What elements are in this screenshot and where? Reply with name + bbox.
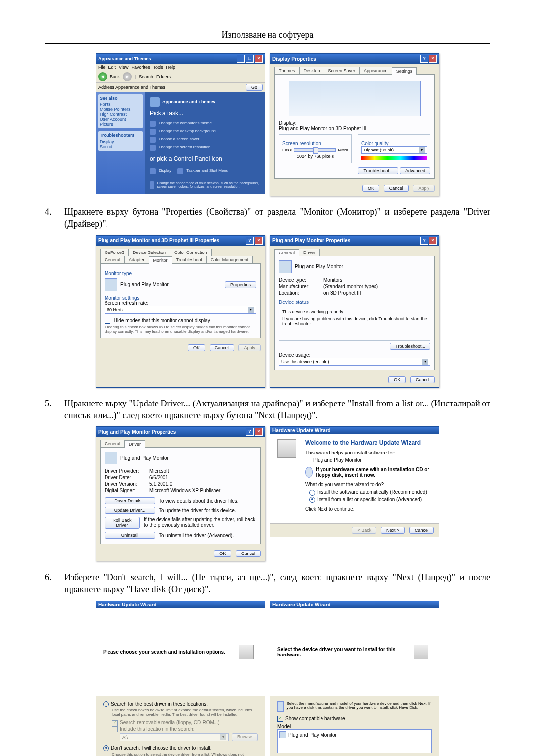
advanced-button[interactable]: Advanced (400, 167, 430, 174)
close-icon[interactable]: × (255, 428, 263, 436)
tab-driver[interactable]: Driver (124, 440, 145, 448)
ok-button[interactable]: OK (388, 376, 406, 383)
step-text: Щракнете върху бутона "Properties (Свойс… (64, 206, 490, 230)
help-icon[interactable]: ? (420, 237, 428, 245)
tab-troubleshoot[interactable]: Troubleshoot (172, 256, 207, 263)
ok-button[interactable]: OK (214, 550, 231, 557)
task-item[interactable]: Choose a screen saver (150, 137, 260, 143)
color-dropdown[interactable]: Highest (32 bit) ▾ (361, 146, 427, 154)
radio-list[interactable] (309, 497, 315, 503)
menu-edit[interactable]: Edit (108, 65, 116, 70)
driver-details-button[interactable]: Driver Details... (105, 497, 155, 504)
cancel-button[interactable]: Cancel (384, 185, 409, 192)
tab-color-management[interactable]: Color Management (206, 256, 253, 263)
sidebar-item[interactable]: Sound (100, 144, 141, 149)
tab-screen-saver[interactable]: Screen Saver (324, 67, 360, 74)
tab-device-selection[interactable]: Device Selection (128, 249, 170, 256)
sidebar-item[interactable]: High Contrast (100, 112, 141, 117)
close-icon[interactable]: × (255, 55, 263, 63)
cd-hint: If your hardware came with an installati… (316, 467, 432, 478)
hw-wizard-select-window: Hardware Update Wizard Select the device… (270, 601, 439, 756)
maximize-icon[interactable]: □ (246, 55, 254, 63)
radio-auto[interactable] (309, 490, 315, 496)
close-icon[interactable]: × (429, 55, 437, 63)
resolution-slider[interactable] (294, 148, 336, 152)
menu-file[interactable]: File (98, 65, 106, 70)
cancel-button[interactable]: Cancel (236, 550, 261, 557)
ok-button[interactable]: OK (188, 344, 205, 351)
folders-label[interactable]: Folders (156, 74, 171, 79)
model-item: Plug and Play Monitor (288, 732, 337, 738)
menu-view[interactable]: View (119, 65, 128, 70)
refresh-dropdown[interactable]: 60 Hertz ▾ (105, 306, 256, 314)
mp-title: Plug and Play Monitor Properties (272, 238, 350, 243)
tab-desktop[interactable]: Desktop (299, 67, 324, 74)
menu-favorites[interactable]: Favorites (131, 65, 150, 70)
back-icon[interactable]: ◄ (98, 72, 107, 81)
wizard-intro: This wizard helps you install software f… (305, 450, 432, 455)
chk-show-compatible[interactable]: ✓ (277, 716, 283, 722)
step-5: 5. Щракнете върху "Update Driver... (Акт… (45, 398, 490, 422)
dp-titlebar: Display Properties ? × (270, 54, 439, 64)
help-icon[interactable]: ? (246, 237, 254, 245)
cancel-button[interactable]: Cancel (410, 376, 435, 383)
task-item[interactable]: Change the desktop background (150, 129, 260, 135)
tab-geforce[interactable]: GeForce3 (100, 249, 129, 256)
path-combo: A:\▾ (120, 733, 229, 741)
cp-icon-display[interactable]: Display (150, 168, 171, 174)
task-item[interactable]: Change the screen resolution (150, 145, 260, 151)
sidebar-item[interactable]: Display (100, 139, 141, 144)
res-more: More (338, 148, 348, 152)
tab-general[interactable]: General (100, 440, 125, 447)
minimize-icon[interactable]: _ (237, 55, 245, 63)
res-less: Less (282, 148, 292, 152)
forward-icon[interactable]: ► (123, 72, 132, 81)
status-hint: If you are having problems with this dev… (282, 316, 427, 326)
uninstall-button[interactable]: Uninstall (105, 532, 155, 539)
tab-settings[interactable]: Settings (392, 67, 417, 75)
sidebar-item[interactable]: Mouse Pointers (100, 107, 141, 112)
menu-tools[interactable]: Tools (153, 65, 163, 70)
properties-button[interactable]: Properties (225, 281, 256, 288)
monitor-name: Plug and Play Monitor (120, 455, 169, 461)
uninstall-desc: To uninstall the driver (Advanced). (159, 533, 234, 538)
slider-knob[interactable] (313, 147, 318, 154)
tab-driver[interactable]: Driver (299, 249, 320, 256)
sidebar-item[interactable]: Fonts (100, 102, 141, 107)
tab-appearance[interactable]: Appearance (359, 67, 392, 74)
next-button[interactable]: Next > (381, 527, 405, 534)
back-label[interactable]: Back (110, 74, 120, 79)
cancel-button[interactable]: Cancel (409, 527, 434, 534)
tab-themes[interactable]: Themes (274, 67, 300, 74)
cp-content: Appearance and Themes Pick a task... Cha… (145, 92, 265, 194)
step-number: 6. (45, 571, 64, 596)
dp-panel: Display: Plug and Play Monitor on 3D Pro… (274, 74, 435, 179)
go-button[interactable]: Go (246, 84, 263, 91)
cp-icon-taskbar[interactable]: Taskbar and Start Menu (177, 168, 228, 174)
model-list-item[interactable]: Plug and Play Monitor (279, 731, 430, 738)
ok-button[interactable]: OK (362, 185, 379, 192)
troubleshoot-button[interactable]: Troubleshoot... (390, 343, 430, 350)
help-icon[interactable]: ? (246, 428, 254, 436)
cancel-button[interactable]: Cancel (210, 344, 234, 351)
update-driver-button[interactable]: Update Driver... (105, 507, 155, 514)
search-label[interactable]: Search (139, 74, 153, 79)
radio-search[interactable] (103, 701, 109, 707)
task-item[interactable]: Change the computer's theme (150, 121, 260, 127)
tab-general[interactable]: General (274, 249, 299, 256)
radio-dont-search[interactable] (103, 745, 109, 751)
close-icon[interactable]: × (429, 237, 437, 245)
menu-help[interactable]: Help (166, 65, 175, 70)
monitor-icon (279, 731, 286, 738)
tab-general[interactable]: General (100, 256, 125, 263)
tab-adapter[interactable]: Adapter (124, 256, 149, 263)
troubleshoot-button[interactable]: Troubleshoot... (358, 167, 398, 174)
close-icon[interactable]: × (255, 237, 263, 245)
help-icon[interactable]: ? (420, 55, 428, 63)
rollback-driver-button[interactable]: Roll Back Driver (105, 517, 140, 529)
tab-monitor[interactable]: Monitor (149, 256, 172, 264)
usage-dropdown[interactable]: Use this device (enable) ▾ (279, 358, 430, 366)
hide-modes-checkbox[interactable] (105, 318, 110, 324)
sidebar-item[interactable]: User Account Picture (100, 117, 141, 127)
tab-color-correction[interactable]: Color Correction (170, 249, 212, 256)
